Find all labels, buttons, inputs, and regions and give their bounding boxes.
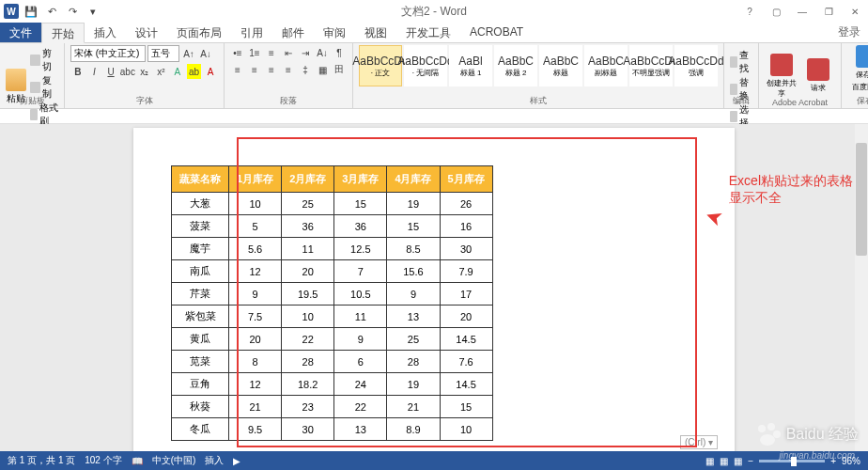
table-header[interactable]: 5月库存 (440, 166, 492, 193)
style-副标题[interactable]: AaBbC副标题 (584, 45, 628, 86)
table-cell[interactable]: 12 (229, 373, 282, 396)
table-cell[interactable]: 秋葵 (172, 396, 229, 418)
style-标题[interactable]: AaBbC标题 (539, 45, 582, 86)
style-强调[interactable]: AaBbCcDd强调 (674, 45, 718, 86)
table-row[interactable]: 魔芋5.61112.58.530 (172, 238, 493, 260)
table-cell[interactable]: 18.2 (282, 373, 334, 396)
table-cell[interactable]: 冬瓜 (172, 418, 229, 441)
word-count[interactable]: 102 个字 (85, 454, 121, 467)
table-cell[interactable]: 6 (334, 351, 387, 373)
sort-button[interactable]: A↓ (315, 45, 330, 60)
table-cell[interactable]: 14.5 (440, 373, 492, 396)
grow-font-button[interactable]: A↑ (181, 46, 196, 61)
tab-ACROBAT[interactable]: ACROBAT (460, 23, 533, 42)
table-cell[interactable]: 12 (229, 260, 282, 283)
table-cell[interactable]: 7.9 (440, 260, 492, 283)
font-family-combo[interactable]: 宋体 (中文正文) (70, 45, 146, 62)
tab-邮件[interactable]: 邮件 (272, 23, 314, 42)
find-button[interactable]: 查找 (730, 49, 752, 75)
decrease-indent-button[interactable]: ⇤ (281, 45, 296, 60)
table-cell[interactable]: 22 (334, 396, 387, 418)
table-cell[interactable]: 10 (440, 418, 492, 441)
style-· 正文[interactable]: AaBbCcDd· 正文 (359, 45, 402, 86)
styles-gallery[interactable]: AaBbCcDd· 正文AaBbCcDd· 无间隔AaBl标题 1AaBbC标题… (359, 45, 718, 86)
table-cell[interactable]: 19 (387, 373, 440, 396)
ribbon-display-button[interactable]: ▢ (767, 4, 785, 19)
table-cell[interactable]: 20 (282, 260, 334, 283)
spell-check-icon[interactable]: 📖 (132, 456, 143, 466)
page[interactable]: 蔬菜名称1月库存2月库存3月库存4月库存5月库存大葱1025151926菠菜53… (133, 128, 735, 453)
table-header[interactable]: 蔬菜名称 (172, 166, 229, 193)
tab-开始[interactable]: 开始 (41, 23, 85, 43)
qat-save[interactable]: 💾 (23, 3, 39, 20)
scrollbar-thumb[interactable] (856, 143, 867, 256)
table-cell[interactable]: 8.9 (387, 418, 440, 441)
table-cell[interactable]: 9.5 (229, 418, 282, 441)
table-cell[interactable]: 5.6 (229, 238, 282, 260)
increase-indent-button[interactable]: ⇥ (298, 45, 313, 60)
align-center-button[interactable]: ≡ (247, 62, 262, 77)
borders-button[interactable]: 田 (332, 62, 347, 77)
table-cell[interactable]: 13 (387, 306, 440, 328)
paste-button[interactable]: 粘贴 (6, 45, 26, 128)
tab-引用[interactable]: 引用 (231, 23, 272, 42)
table-cell[interactable]: 菠菜 (172, 215, 229, 238)
table-cell[interactable]: 10.5 (334, 283, 387, 306)
qat-redo[interactable]: ↷ (64, 3, 81, 20)
table-header[interactable]: 4月库存 (387, 166, 440, 193)
table-cell[interactable]: 苋菜 (172, 351, 229, 373)
tab-文件[interactable]: 文件 (0, 23, 41, 42)
strike-button[interactable]: abc (120, 64, 135, 79)
table-cell[interactable]: 19 (387, 193, 440, 215)
table-row[interactable]: 豆角1218.2241914.5 (172, 373, 493, 396)
style-不明显强调[interactable]: AaBbCcDd不明显强调 (629, 45, 673, 86)
style-标题 1[interactable]: AaBl标题 1 (449, 45, 492, 86)
restore-button[interactable]: ❐ (819, 4, 838, 19)
table-row[interactable]: 紫包菜7.510111320 (172, 306, 493, 328)
table-cell[interactable]: 8.5 (387, 238, 440, 260)
table-cell[interactable]: 17 (440, 283, 492, 306)
minimize-button[interactable]: — (793, 4, 812, 19)
vertical-scrollbar[interactable] (855, 124, 868, 451)
table-cell[interactable]: 28 (387, 351, 440, 373)
table-cell[interactable]: 紫包菜 (172, 306, 229, 328)
table-cell[interactable]: 24 (334, 373, 387, 396)
table-cell[interactable]: 15 (440, 396, 492, 418)
table-cell[interactable]: 11 (282, 238, 334, 260)
table-cell[interactable]: 16 (440, 215, 492, 238)
table-cell[interactable]: 11 (334, 306, 387, 328)
superscript-button[interactable]: x² (154, 64, 169, 79)
table-cell[interactable]: 20 (440, 306, 492, 328)
table-cell[interactable]: 19.5 (282, 283, 334, 306)
table-cell[interactable]: 26 (440, 193, 492, 215)
shrink-font-button[interactable]: A↓ (198, 46, 213, 61)
bullets-button[interactable]: •≡ (230, 45, 245, 60)
table-cell[interactable]: 黄瓜 (172, 328, 229, 351)
language-indicator[interactable]: 中文(中国) (152, 454, 196, 467)
line-spacing-button[interactable]: ‡ (298, 62, 313, 77)
align-right-button[interactable]: ≡ (264, 62, 279, 77)
bold-button[interactable]: B (70, 64, 85, 79)
zoom-out-button[interactable]: − (748, 456, 753, 466)
page-indicator[interactable]: 第 1 页，共 1 页 (8, 454, 75, 467)
table-cell[interactable]: 25 (282, 193, 334, 215)
table-row[interactable]: 黄瓜202292514.5 (172, 328, 493, 351)
login-link[interactable]: 登录 (838, 23, 868, 42)
italic-button[interactable]: I (87, 64, 102, 79)
font-size-combo[interactable]: 五号 (147, 45, 179, 62)
tab-视图[interactable]: 视图 (355, 23, 396, 42)
table-header[interactable]: 1月库存 (229, 166, 282, 193)
table-row[interactable]: 芹菜919.510.5917 (172, 283, 493, 306)
table-cell[interactable]: 15 (387, 215, 440, 238)
font-color-button[interactable]: A (203, 64, 218, 79)
shading-button[interactable]: ▦ (315, 62, 330, 77)
table-cell[interactable]: 9 (334, 328, 387, 351)
table-header[interactable]: 2月库存 (282, 166, 334, 193)
style-· 无间隔[interactable]: AaBbCcDd· 无间隔 (404, 45, 447, 86)
table-cell[interactable]: 36 (282, 215, 334, 238)
tab-开发工具[interactable]: 开发工具 (396, 23, 460, 42)
text-effects-button[interactable]: A (170, 64, 185, 79)
table-header[interactable]: 3月库存 (334, 166, 387, 193)
table-row[interactable]: 南瓜1220715.67.9 (172, 260, 493, 283)
paste-options-button[interactable]: (Ctrl) ▾ (680, 435, 718, 449)
